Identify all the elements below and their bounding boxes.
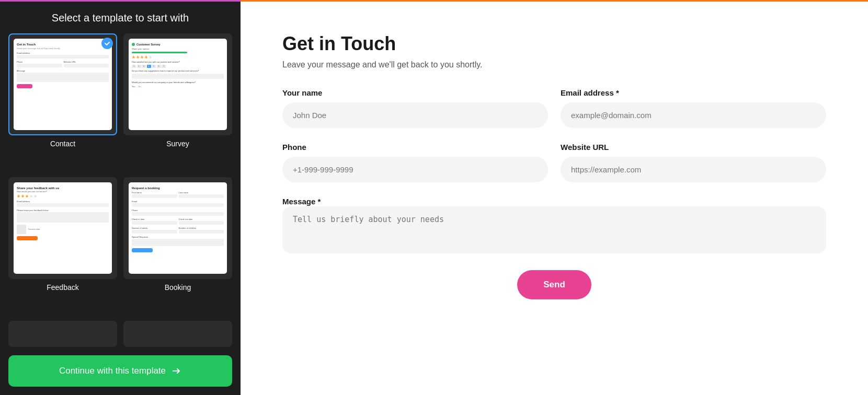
arrow-right-icon [171,366,181,376]
contact-mini-preview: Get in Touch Leave your message and we'l… [14,39,112,130]
templates-grid: Get in Touch Leave your message and we'l… [8,33,232,315]
form-subheading: Leave your message and we'll get back to… [282,60,826,69]
templates-grid-bottom [8,321,232,347]
selected-check-icon [101,38,113,49]
left-panel: Select a template to start with Get in T… [0,0,241,395]
template-label-contact: Contact [50,140,75,148]
input-website-url[interactable] [561,157,826,182]
send-button[interactable]: Send [517,270,591,299]
input-message[interactable] [282,206,826,253]
template-item-booking[interactable]: Request a booking First name Last name E… [123,177,232,315]
template-item-contact[interactable]: Get in Touch Leave your message and we'l… [8,33,117,171]
booking-mini-preview: Request a booking First name Last name E… [129,182,227,274]
template-thumb-contact[interactable]: Get in Touch Leave your message and we'l… [8,33,117,135]
form-heading: Get in Touch [282,33,826,55]
template-thumb-partial-2 [123,321,232,347]
form-group-phone: Phone [282,143,548,182]
label-your-name: Your name [282,88,548,97]
label-message: Message * [282,197,321,206]
input-your-name[interactable] [282,102,548,128]
right-panel: Get in Touch Leave your message and we'l… [241,0,868,395]
form-row-1: Your name Email address * [282,88,826,128]
template-thumb-booking[interactable]: Request a booking First name Last name E… [123,177,232,279]
label-email-address: Email address * [561,88,826,97]
template-label-booking: Booking [165,283,191,292]
template-label-feedback: Feedback [47,283,78,292]
continue-button[interactable]: Continue with this template [8,355,232,387]
continue-button-label: Continue with this template [59,366,166,376]
input-email-address[interactable] [561,102,826,128]
form-group-message: Message * [282,197,826,255]
template-thumb-feedback[interactable]: Share your feedback with us How would yo… [8,177,117,279]
survey-mini-preview: Customer Survey Share your opinion How s… [129,39,227,130]
panel-title: Select a template to start with [52,12,189,24]
template-item-survey[interactable]: Customer Survey Share your opinion How s… [123,33,232,171]
template-thumb-survey[interactable]: Customer Survey Share your opinion How s… [123,33,232,135]
template-item-feedback[interactable]: Share your feedback with us How would yo… [8,177,117,315]
form-row-2: Phone Website URL [282,143,826,182]
template-thumb-partial-1 [8,321,117,347]
label-phone: Phone [282,143,548,152]
template-label-survey: Survey [166,140,189,148]
feedback-mini-preview: Share your feedback with us How would yo… [14,182,112,274]
form-group-name: Your name [282,88,548,128]
input-phone[interactable] [282,157,548,182]
label-website-url: Website URL [561,143,826,152]
form-group-email: Email address * [561,88,826,128]
form-group-website: Website URL [561,143,826,182]
